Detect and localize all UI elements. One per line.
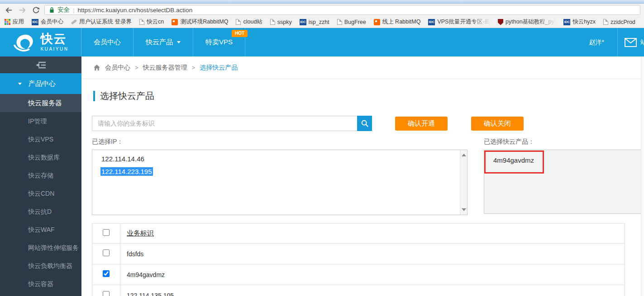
bookmark-cloud-site[interactable]: cloud站 xyxy=(236,18,262,26)
address-bar[interactable]: 安全 | https://mc.kuaiyun.cn/host/selectDB… xyxy=(44,5,640,15)
apps-grid-icon xyxy=(5,19,10,25)
kuaiyun-swirl-icon xyxy=(13,33,37,52)
nav-products[interactable]: 快云产品 xyxy=(134,28,193,56)
product-list-item[interactable]: 4m94gavdmz xyxy=(484,150,644,164)
main-nav: 会员中心 快云产品 特卖VPS HOT xyxy=(81,28,245,56)
bookmark-vps-batch[interactable]: IDC VPS批量开通专区-最 xyxy=(428,18,490,26)
scroll-up-icon[interactable] xyxy=(462,154,466,156)
row-checkbox[interactable] xyxy=(103,270,110,277)
sidebar-item-cloud-cdn[interactable]: 快云CDN xyxy=(0,184,81,202)
business-id-cell: fdsfds xyxy=(120,244,625,264)
ip-list-item[interactable]: 122.114.14.46 xyxy=(100,155,467,163)
sidebar-item-cloud-container[interactable]: 快云容器 xyxy=(0,275,81,293)
selection-panels: 已选择IP： 122.114.14.46 122.114.223.195 已选择… xyxy=(92,138,644,215)
listbox-scrollbar[interactable] xyxy=(460,150,467,215)
title-accent-bar xyxy=(93,91,95,101)
search-row: 确认开通 确认关闭 xyxy=(92,116,644,131)
bookmark-isp-zzht[interactable]: IDC isp_zzht xyxy=(300,19,329,25)
envelope-icon xyxy=(625,38,637,47)
back-button[interactable] xyxy=(4,5,14,15)
bookmark-python-tutorial[interactable]: python基础教程_pyt xyxy=(498,18,556,26)
bookmark-test-rabbitmq[interactable]: 测试环境RabbitMQ xyxy=(172,18,228,26)
sidebar-collapse-button[interactable] xyxy=(0,56,81,73)
breadcrumb-separator: > xyxy=(192,64,196,71)
breadcrumb-server-management[interactable]: 快云服务器管理 xyxy=(143,64,187,72)
table-header-row: 业务标识 xyxy=(92,224,625,244)
sidebar-item-cloud-antiddos[interactable]: 快云抗D xyxy=(0,202,81,221)
hot-badge: HOT xyxy=(232,30,248,37)
breadcrumb-current[interactable]: 选择快云产品 xyxy=(200,64,238,72)
chevron-down-icon xyxy=(177,41,181,43)
selected-ip-panel: 已选择IP： 122.114.14.46 122.114.223.195 xyxy=(92,138,467,215)
row-checkbox[interactable] xyxy=(103,291,110,296)
selected-product-panel: 已选择快云产品： 4m94gavdmz xyxy=(484,138,644,215)
sidebar-item-cloud-waf[interactable]: 快云WAF xyxy=(0,221,81,239)
column-header-business-id[interactable]: 业务标识 xyxy=(120,224,625,244)
business-id-table: 业务标识 fdsfds 4m94gavdmz 122.114.135.105 xyxy=(92,223,625,296)
ip-list-item[interactable]: 122.114.223.195 xyxy=(100,168,467,175)
bookmark-bugfree[interactable]: BugFree xyxy=(337,19,366,25)
page-title-row: 选择快云产品 xyxy=(93,89,644,102)
page-favicon xyxy=(603,19,608,25)
collapse-menu-icon xyxy=(34,60,47,70)
selected-ip-listbox[interactable]: 122.114.14.46 122.114.223.195 xyxy=(92,150,467,215)
site-header: 快云 KUAIYUN 会员中心 快云产品 特卖VPS HOT 赵洋* 站 xyxy=(0,28,644,56)
bookmark-kuaiyun-hyzx[interactable]: IDC 快云hyzx xyxy=(563,18,596,26)
sidebar-item-cloud-server[interactable]: 快云服务器 xyxy=(0,94,81,112)
main-content: 会员中心 > 快云服务器管理 > 选择快云产品 选择快云产品 确认开通 确认关闭… xyxy=(81,56,644,296)
bookmark-prod-rabbitmq[interactable]: 线上 RabbitMQ xyxy=(374,18,421,26)
mail-button[interactable]: 站 xyxy=(617,28,644,56)
browser-tab-strip xyxy=(0,0,644,4)
page-favicon xyxy=(270,19,275,25)
search-input[interactable] xyxy=(92,116,357,131)
select-all-checkbox[interactable] xyxy=(103,229,110,236)
bookmark-auth-system[interactable]: 用户认证系统 登录界 xyxy=(71,18,132,26)
mail-label-clipped: 站 xyxy=(640,38,644,47)
breadcrumb-separator: > xyxy=(135,64,138,71)
browser-toolbar: 安全 | https://mc.kuaiyun.cn/host/selectDB… xyxy=(0,4,644,16)
page-favicon xyxy=(236,19,241,25)
selected-product-box[interactable]: 4m94gavdmz xyxy=(484,150,644,214)
bookmark-apps[interactable]: 应用 xyxy=(5,18,24,26)
page-favicon xyxy=(337,19,342,25)
refresh-button[interactable] xyxy=(31,5,41,15)
logo[interactable]: 快云 KUAIYUN xyxy=(0,28,81,56)
nav-special-vps[interactable]: 特卖VPS HOT xyxy=(193,28,245,56)
logo-text-cn: 快云 xyxy=(41,33,69,45)
bookmark-kuaiyun-cn[interactable]: 快云cn xyxy=(139,18,164,26)
forward-button[interactable] xyxy=(17,5,27,15)
bookmark-zzidcprod[interactable]: zzidcProd xyxy=(603,19,635,25)
sidebar-item-cloud-vps[interactable]: 快云VPS xyxy=(0,130,81,148)
page-favicon xyxy=(139,19,144,25)
sidebar: 产品中心 快云服务器 IP管理 快云VPS 快云数据库 快云存储 快云CDN 快… xyxy=(0,56,81,296)
sidebar-item-load-balancer[interactable]: 快云负载均衡器 xyxy=(0,257,81,275)
page-scrollbar[interactable] xyxy=(641,56,644,296)
security-label: 安全 xyxy=(57,6,70,14)
sidebar-item-ip-management[interactable]: IP管理 xyxy=(0,112,81,130)
sidebar-item-cloud-storage[interactable]: 快云存储 xyxy=(0,166,81,184)
breadcrumb-member-center[interactable]: 会员中心 xyxy=(105,64,130,72)
bookmarks-bar: 应用 IDC 会员中心 用户认证系统 登录界 快云cn 测试环境RabbitMQ… xyxy=(0,16,644,28)
breadcrumb: 会员中心 > 快云服务器管理 > 选择快云产品 xyxy=(81,56,644,79)
search-button[interactable] xyxy=(357,116,372,131)
table-row: 4m94gavdmz xyxy=(92,264,625,285)
idc-favicon: IDC xyxy=(563,19,570,25)
chevron-down-icon xyxy=(18,83,22,85)
scroll-down-icon[interactable] xyxy=(462,208,466,211)
business-id-cell: 122.114.135.105 xyxy=(120,285,625,296)
idc-favicon: IDC xyxy=(428,19,435,25)
logo-text-en: KUAIYUN xyxy=(41,47,69,52)
row-checkbox[interactable] xyxy=(103,249,110,256)
confirm-close-button[interactable]: 确认关闭 xyxy=(471,117,524,131)
bookmark-sspky[interactable]: sspky xyxy=(270,19,292,25)
username[interactable]: 赵洋* xyxy=(576,28,617,56)
confirm-open-button[interactable]: 确认开通 xyxy=(395,117,448,131)
sidebar-item-cloud-database[interactable]: 快云数据库 xyxy=(0,148,81,166)
bookmark-member-center[interactable]: IDC 会员中心 xyxy=(32,18,63,26)
nav-member-center[interactable]: 会员中心 xyxy=(81,28,134,56)
sidebar-item-elastic-scaling[interactable]: 网站弹性伸缩服务 xyxy=(0,239,81,257)
search-icon xyxy=(361,119,369,127)
header-right: 赵洋* 站 xyxy=(576,28,644,56)
sidebar-group-product-center[interactable]: 产品中心 xyxy=(0,73,81,94)
url-text[interactable]: https://mc.kuaiyun.cn/host/selectDB.acti… xyxy=(78,7,193,14)
